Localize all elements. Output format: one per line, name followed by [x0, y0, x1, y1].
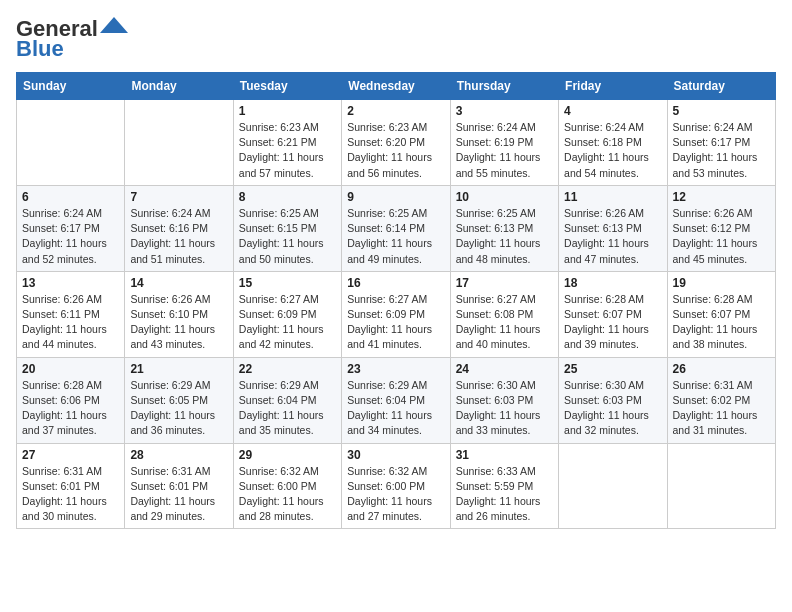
- day-cell: 25Sunrise: 6:30 AM Sunset: 6:03 PM Dayli…: [559, 357, 667, 443]
- day-cell: 7Sunrise: 6:24 AM Sunset: 6:16 PM Daylig…: [125, 185, 233, 271]
- week-row-4: 20Sunrise: 6:28 AM Sunset: 6:06 PM Dayli…: [17, 357, 776, 443]
- day-info: Sunrise: 6:24 AM Sunset: 6:17 PM Dayligh…: [673, 120, 770, 181]
- weekday-header-friday: Friday: [559, 73, 667, 100]
- header: General Blue: [16, 16, 776, 62]
- weekday-header-thursday: Thursday: [450, 73, 558, 100]
- day-cell: 31Sunrise: 6:33 AM Sunset: 5:59 PM Dayli…: [450, 443, 558, 529]
- day-info: Sunrise: 6:26 AM Sunset: 6:13 PM Dayligh…: [564, 206, 661, 267]
- day-number: 18: [564, 276, 661, 290]
- day-info: Sunrise: 6:24 AM Sunset: 6:19 PM Dayligh…: [456, 120, 553, 181]
- day-number: 20: [22, 362, 119, 376]
- day-number: 16: [347, 276, 444, 290]
- day-cell: 30Sunrise: 6:32 AM Sunset: 6:00 PM Dayli…: [342, 443, 450, 529]
- weekday-header-sunday: Sunday: [17, 73, 125, 100]
- day-cell: [17, 100, 125, 186]
- day-info: Sunrise: 6:33 AM Sunset: 5:59 PM Dayligh…: [456, 464, 553, 525]
- day-cell: 17Sunrise: 6:27 AM Sunset: 6:08 PM Dayli…: [450, 271, 558, 357]
- day-number: 19: [673, 276, 770, 290]
- day-info: Sunrise: 6:28 AM Sunset: 6:07 PM Dayligh…: [673, 292, 770, 353]
- day-info: Sunrise: 6:32 AM Sunset: 6:00 PM Dayligh…: [347, 464, 444, 525]
- day-number: 11: [564, 190, 661, 204]
- day-cell: 27Sunrise: 6:31 AM Sunset: 6:01 PM Dayli…: [17, 443, 125, 529]
- logo: General Blue: [16, 16, 128, 62]
- logo-blue: Blue: [16, 36, 64, 62]
- day-number: 2: [347, 104, 444, 118]
- day-cell: 8Sunrise: 6:25 AM Sunset: 6:15 PM Daylig…: [233, 185, 341, 271]
- day-cell: 28Sunrise: 6:31 AM Sunset: 6:01 PM Dayli…: [125, 443, 233, 529]
- day-info: Sunrise: 6:26 AM Sunset: 6:10 PM Dayligh…: [130, 292, 227, 353]
- day-cell: 1Sunrise: 6:23 AM Sunset: 6:21 PM Daylig…: [233, 100, 341, 186]
- weekday-header-saturday: Saturday: [667, 73, 775, 100]
- day-info: Sunrise: 6:25 AM Sunset: 6:13 PM Dayligh…: [456, 206, 553, 267]
- day-cell: 10Sunrise: 6:25 AM Sunset: 6:13 PM Dayli…: [450, 185, 558, 271]
- day-cell: 15Sunrise: 6:27 AM Sunset: 6:09 PM Dayli…: [233, 271, 341, 357]
- day-cell: 26Sunrise: 6:31 AM Sunset: 6:02 PM Dayli…: [667, 357, 775, 443]
- day-number: 17: [456, 276, 553, 290]
- day-cell: 11Sunrise: 6:26 AM Sunset: 6:13 PM Dayli…: [559, 185, 667, 271]
- day-number: 29: [239, 448, 336, 462]
- day-number: 6: [22, 190, 119, 204]
- day-cell: [667, 443, 775, 529]
- day-info: Sunrise: 6:24 AM Sunset: 6:16 PM Dayligh…: [130, 206, 227, 267]
- day-number: 26: [673, 362, 770, 376]
- weekday-header-tuesday: Tuesday: [233, 73, 341, 100]
- day-number: 14: [130, 276, 227, 290]
- day-info: Sunrise: 6:27 AM Sunset: 6:09 PM Dayligh…: [347, 292, 444, 353]
- week-row-3: 13Sunrise: 6:26 AM Sunset: 6:11 PM Dayli…: [17, 271, 776, 357]
- day-cell: 5Sunrise: 6:24 AM Sunset: 6:17 PM Daylig…: [667, 100, 775, 186]
- day-info: Sunrise: 6:31 AM Sunset: 6:01 PM Dayligh…: [130, 464, 227, 525]
- day-number: 9: [347, 190, 444, 204]
- day-info: Sunrise: 6:25 AM Sunset: 6:14 PM Dayligh…: [347, 206, 444, 267]
- day-info: Sunrise: 6:30 AM Sunset: 6:03 PM Dayligh…: [564, 378, 661, 439]
- day-cell: 18Sunrise: 6:28 AM Sunset: 6:07 PM Dayli…: [559, 271, 667, 357]
- day-cell: [125, 100, 233, 186]
- day-cell: 20Sunrise: 6:28 AM Sunset: 6:06 PM Dayli…: [17, 357, 125, 443]
- day-cell: 21Sunrise: 6:29 AM Sunset: 6:05 PM Dayli…: [125, 357, 233, 443]
- day-number: 23: [347, 362, 444, 376]
- calendar-body: 1Sunrise: 6:23 AM Sunset: 6:21 PM Daylig…: [17, 100, 776, 529]
- day-number: 13: [22, 276, 119, 290]
- day-cell: 14Sunrise: 6:26 AM Sunset: 6:10 PM Dayli…: [125, 271, 233, 357]
- weekday-header-wednesday: Wednesday: [342, 73, 450, 100]
- day-number: 1: [239, 104, 336, 118]
- day-number: 25: [564, 362, 661, 376]
- day-cell: 4Sunrise: 6:24 AM Sunset: 6:18 PM Daylig…: [559, 100, 667, 186]
- day-number: 22: [239, 362, 336, 376]
- day-info: Sunrise: 6:29 AM Sunset: 6:04 PM Dayligh…: [239, 378, 336, 439]
- day-number: 28: [130, 448, 227, 462]
- day-cell: 19Sunrise: 6:28 AM Sunset: 6:07 PM Dayli…: [667, 271, 775, 357]
- day-info: Sunrise: 6:29 AM Sunset: 6:04 PM Dayligh…: [347, 378, 444, 439]
- logo-icon: [100, 15, 128, 35]
- day-info: Sunrise: 6:23 AM Sunset: 6:21 PM Dayligh…: [239, 120, 336, 181]
- day-number: 15: [239, 276, 336, 290]
- day-number: 5: [673, 104, 770, 118]
- day-cell: 16Sunrise: 6:27 AM Sunset: 6:09 PM Dayli…: [342, 271, 450, 357]
- calendar-header-row: SundayMondayTuesdayWednesdayThursdayFrid…: [17, 73, 776, 100]
- week-row-1: 1Sunrise: 6:23 AM Sunset: 6:21 PM Daylig…: [17, 100, 776, 186]
- day-cell: 24Sunrise: 6:30 AM Sunset: 6:03 PM Dayli…: [450, 357, 558, 443]
- day-number: 27: [22, 448, 119, 462]
- day-cell: 9Sunrise: 6:25 AM Sunset: 6:14 PM Daylig…: [342, 185, 450, 271]
- day-info: Sunrise: 6:30 AM Sunset: 6:03 PM Dayligh…: [456, 378, 553, 439]
- week-row-2: 6Sunrise: 6:24 AM Sunset: 6:17 PM Daylig…: [17, 185, 776, 271]
- day-info: Sunrise: 6:29 AM Sunset: 6:05 PM Dayligh…: [130, 378, 227, 439]
- day-number: 30: [347, 448, 444, 462]
- day-info: Sunrise: 6:25 AM Sunset: 6:15 PM Dayligh…: [239, 206, 336, 267]
- day-cell: 29Sunrise: 6:32 AM Sunset: 6:00 PM Dayli…: [233, 443, 341, 529]
- day-info: Sunrise: 6:27 AM Sunset: 6:09 PM Dayligh…: [239, 292, 336, 353]
- day-number: 21: [130, 362, 227, 376]
- day-cell: 12Sunrise: 6:26 AM Sunset: 6:12 PM Dayli…: [667, 185, 775, 271]
- day-info: Sunrise: 6:28 AM Sunset: 6:06 PM Dayligh…: [22, 378, 119, 439]
- day-number: 24: [456, 362, 553, 376]
- weekday-header-monday: Monday: [125, 73, 233, 100]
- day-info: Sunrise: 6:26 AM Sunset: 6:11 PM Dayligh…: [22, 292, 119, 353]
- day-cell: 3Sunrise: 6:24 AM Sunset: 6:19 PM Daylig…: [450, 100, 558, 186]
- day-info: Sunrise: 6:31 AM Sunset: 6:02 PM Dayligh…: [673, 378, 770, 439]
- day-number: 10: [456, 190, 553, 204]
- day-number: 8: [239, 190, 336, 204]
- day-info: Sunrise: 6:24 AM Sunset: 6:17 PM Dayligh…: [22, 206, 119, 267]
- day-info: Sunrise: 6:31 AM Sunset: 6:01 PM Dayligh…: [22, 464, 119, 525]
- day-cell: 2Sunrise: 6:23 AM Sunset: 6:20 PM Daylig…: [342, 100, 450, 186]
- day-number: 7: [130, 190, 227, 204]
- day-info: Sunrise: 6:28 AM Sunset: 6:07 PM Dayligh…: [564, 292, 661, 353]
